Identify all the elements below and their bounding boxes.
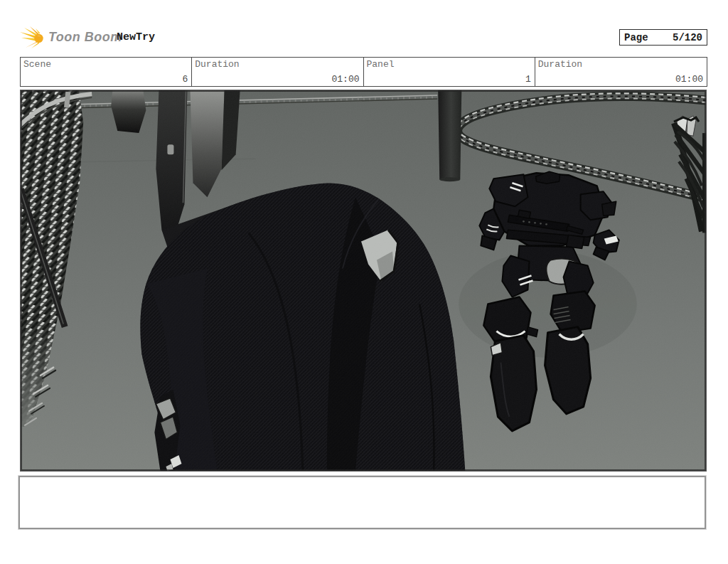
page-value: 5/120 [673, 32, 702, 43]
page-label: Page [624, 32, 648, 43]
storyboard-panel [20, 90, 707, 472]
scene-duration-label: Duration [195, 59, 239, 70]
brand-name: Toon Boom [48, 30, 122, 45]
panel-duration-label: Duration [538, 59, 582, 70]
toon-boom-logo-icon [20, 26, 44, 49]
page-header: Toon Boom NewTry Page 5/120 [20, 26, 707, 51]
page-number-box: Page 5/120 [619, 29, 707, 46]
caption-box [18, 476, 706, 529]
scene-duration-cell: Duration 01:00 [192, 58, 363, 86]
scene-label: Scene [23, 59, 51, 70]
storyboard-panel-image [21, 90, 706, 471]
panel-value: 1 [525, 74, 531, 85]
panel-duration-cell: Duration 01:00 [535, 58, 707, 86]
panel-duration-value: 01:00 [675, 74, 703, 85]
panel-label: Panel [367, 59, 395, 70]
storyboard-page: Toon Boom NewTry Page 5/120 Scene 6 Dura… [0, 0, 728, 564]
film-grain-overlay [21, 90, 706, 471]
scene-duration-value: 01:00 [331, 74, 359, 85]
panel-cell: Panel 1 [364, 58, 535, 86]
project-title: NewTry [117, 31, 155, 43]
panel-info-row: Scene 6 Duration 01:00 Panel 1 Duration … [20, 57, 707, 87]
scene-value: 6 [182, 74, 188, 85]
scene-cell: Scene 6 [21, 58, 192, 86]
